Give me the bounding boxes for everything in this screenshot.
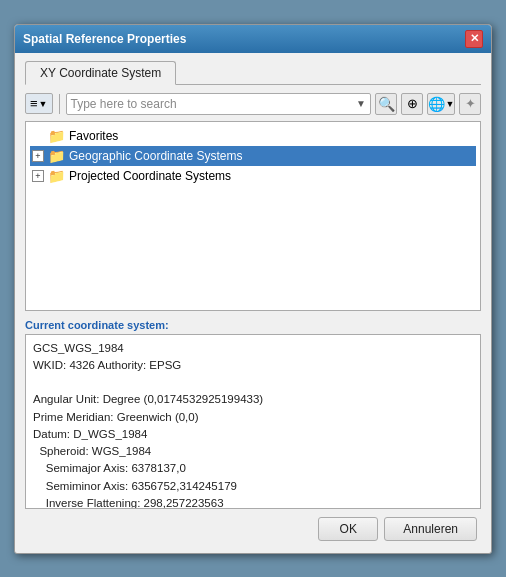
filter-button[interactable]: ≡ ▼	[25, 93, 53, 114]
close-button[interactable]: ✕	[465, 30, 483, 48]
search-icon: 🔍	[378, 96, 395, 112]
spatial-reference-dialog: Spatial Reference Properties ✕ XY Coordi…	[14, 24, 492, 554]
separator	[59, 94, 60, 114]
ok-button[interactable]: OK	[318, 517, 378, 541]
search-dropdown-arrow: ▼	[356, 98, 366, 109]
tree-item-favorites[interactable]: + 📁 Favorites	[30, 126, 476, 146]
expander-geographic[interactable]: +	[32, 150, 44, 162]
folder-icon-favorites: 📁	[48, 128, 65, 144]
search-alt-button[interactable]: ⊕	[401, 93, 423, 115]
folder-icon-geographic: 📁	[48, 148, 65, 164]
globe-button[interactable]: 🌐 ▼	[427, 93, 455, 115]
tree-item-projected[interactable]: + 📁 Projected Coordinate Systems	[30, 166, 476, 186]
tab-xy-coordinate-system[interactable]: XY Coordinate System	[25, 61, 176, 85]
search-input-text: Type here to search	[71, 97, 177, 111]
search-plus-icon: ⊕	[407, 96, 418, 111]
window-title: Spatial Reference Properties	[23, 32, 186, 46]
star-icon: ✦	[465, 96, 476, 111]
search-combobox[interactable]: Type here to search ▼	[66, 93, 371, 115]
tree-label-projected: Projected Coordinate Systems	[69, 169, 231, 183]
expander-projected[interactable]: +	[32, 170, 44, 182]
bottom-bar: OK Annuleren	[25, 509, 481, 543]
toolbar: ≡ ▼ Type here to search ▼ 🔍 ⊕ 🌐 ▼ ✦	[25, 93, 481, 115]
coordinate-system-tree[interactable]: + 📁 Favorites + 📁 Geographic Coordinate …	[25, 121, 481, 311]
current-system-label: Current coordinate system:	[25, 319, 481, 331]
tree-label-geographic: Geographic Coordinate Systems	[69, 149, 242, 163]
coordinate-system-text: GCS_WGS_1984 WKID: 4326 Authority: EPSG …	[33, 342, 263, 509]
folder-icon-projected: 📁	[48, 168, 65, 184]
globe-icon: 🌐	[428, 96, 445, 112]
filter-icon: ≡	[30, 96, 38, 111]
window-body: XY Coordinate System ≡ ▼ Type here to se…	[15, 53, 491, 553]
search-button[interactable]: 🔍	[375, 93, 397, 115]
tab-bar: XY Coordinate System	[25, 61, 481, 85]
tree-item-geographic[interactable]: + 📁 Geographic Coordinate Systems	[30, 146, 476, 166]
cancel-button[interactable]: Annuleren	[384, 517, 477, 541]
globe-dropdown-arrow: ▼	[446, 99, 455, 109]
title-bar: Spatial Reference Properties ✕	[15, 25, 491, 53]
filter-dropdown-icon: ▼	[39, 99, 48, 109]
coordinate-system-info: GCS_WGS_1984 WKID: 4326 Authority: EPSG …	[25, 334, 481, 509]
favorite-button[interactable]: ✦	[459, 93, 481, 115]
tree-label-favorites: Favorites	[69, 129, 118, 143]
